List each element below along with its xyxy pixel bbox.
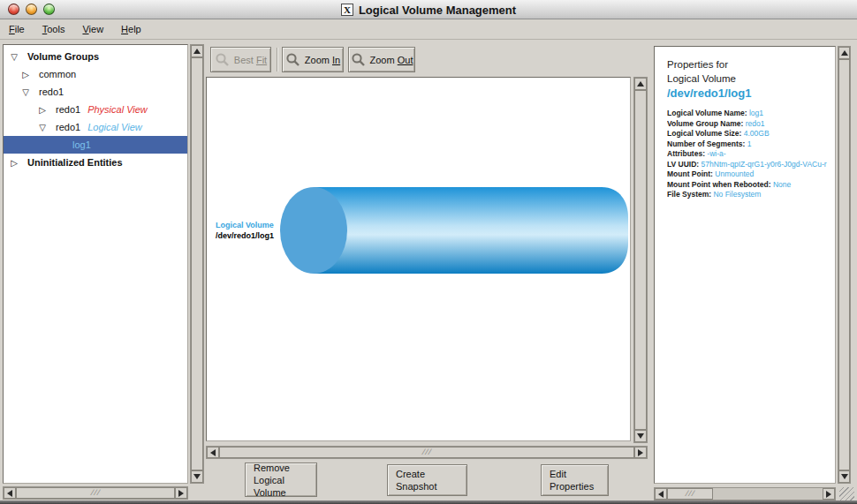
properties-vertical-scrollbar[interactable] [838,46,851,484]
property-label: Logical Volume Name: [667,109,747,117]
menu-tools[interactable]: Tools [42,24,65,34]
menu-file-rest: ile [15,24,25,34]
scroll-down-button[interactable] [191,470,203,483]
tree-item-redo1[interactable]: ▽ redo1 [4,83,187,101]
menu-view-mnemonic: V [82,24,88,34]
arrow-up-icon [841,50,848,56]
titlebar: X Logical Volume Management [0,0,857,19]
expander-closed-icon[interactable]: ▷ [20,70,31,79]
scroll-right-button[interactable] [823,488,835,500]
tree-item-redo1-physical-view[interactable]: ▷ redo1 Physical View [4,101,187,118]
remove-logical-volume-label: Remove Logical Volume [254,462,308,499]
tree-label: log1 [72,139,91,150]
property-row: Logical Volume Name: log1 [667,109,835,119]
scrollbar-thumb[interactable]: /// [667,488,713,500]
properties-volume-path: /dev/redo1/log1 [667,86,835,101]
scrollbar-thumb[interactable]: /// [219,447,634,458]
property-label: Attributes: [667,149,705,158]
scroll-right-button[interactable] [634,447,647,458]
thumb-grip: /// [421,448,432,456]
logical-view-label: Logical View [87,122,142,132]
titlebar-center: X Logical Volume Management [0,0,857,19]
properties-horizontal-scrollbar[interactable]: /// [654,487,836,500]
scroll-down-button[interactable] [634,430,647,442]
zoom-out-label: Zoom Out [370,55,413,65]
scroll-up-button[interactable] [191,45,203,57]
thumb-grip: /// [684,490,695,498]
tree-item-redo1-logical-view[interactable]: ▽ redo1 Logical View [4,118,187,136]
property-value: 1 [747,139,752,148]
property-value: -wi-a- [707,149,725,158]
property-value: None [773,180,791,189]
property-row: Number of Segments: 1 [667,139,835,150]
menu-file[interactable]: File [9,24,25,34]
scroll-up-button[interactable] [838,47,850,59]
logical-volume-cylinder[interactable] [207,78,630,440]
arrow-up-icon [193,49,201,54]
arrow-left-icon [7,490,12,497]
property-value: 4.00GB [744,129,770,138]
expander-open-icon[interactable]: ▽ [20,87,31,97]
properties-panel: Properties for Logical Volume /dev/redo1… [654,46,836,484]
properties-title-line1: Properties for [667,57,835,71]
scroll-down-button[interactable] [838,470,850,483]
scrollbar-thumb[interactable] [191,57,203,470]
arrow-left-icon [658,491,664,498]
property-label: File System: [667,190,711,199]
tree-item-uninitialized-entities[interactable]: ▷ Uninitialized Entities [4,154,187,171]
best-fit-button[interactable]: Best Fit [210,47,271,72]
zoom-out-button[interactable]: Zoom Out [348,47,415,72]
scrollbar-thumb[interactable] [634,90,647,430]
property-label: Number of Segments: [667,139,745,148]
property-row: File System: No Filesystem [667,190,835,200]
tree-vertical-scrollbar[interactable] [190,44,204,484]
create-snapshot-button[interactable]: Create Snapshot [387,464,467,496]
arrow-right-icon [178,490,184,497]
zoom-in-button[interactable]: Zoom In [282,47,344,72]
tree-item-common[interactable]: ▷ common [4,65,187,83]
property-label: Volume Group Name: [667,119,743,128]
arrow-down-icon [637,433,644,439]
menu-help-rest: elp [128,24,141,34]
menu-help[interactable]: Help [121,24,141,34]
main-content: ▽ Volume Groups ▷ common ▽ redo1 ▷ redo1… [0,40,857,500]
menu-help-mnemonic: H [121,24,128,34]
edit-properties-button[interactable]: Edit Properties [541,464,609,496]
scrollbar-track[interactable] [713,488,823,500]
remove-logical-volume-button[interactable]: Remove Logical Volume [245,463,317,497]
expander-open-icon[interactable]: ▽ [37,123,48,132]
window-bottom-edge [0,500,857,504]
scroll-left-button[interactable] [4,487,16,499]
expander-closed-icon[interactable]: ▷ [37,105,48,115]
property-value: Unmounted [715,169,754,178]
window-resize-grip[interactable] [839,487,854,500]
arrow-left-icon [210,449,216,456]
canvas-vertical-scrollbar[interactable] [633,77,648,443]
property-label: Mount Point: [667,169,713,178]
property-label: Mount Point when Rebooted: [667,180,771,189]
menu-view[interactable]: View [82,24,103,34]
canvas-horizontal-scrollbar[interactable]: /// [206,446,648,459]
scroll-left-button[interactable] [207,447,219,458]
cylinder-label: Logical Volume /dev/redo1/log1 [216,220,284,241]
zoom-in-label: Zoom In [305,55,340,65]
scrollbar-thumb[interactable] [838,59,850,470]
tree-item-volume-groups[interactable]: ▽ Volume Groups [4,48,187,65]
tree-item-log1-selected[interactable]: log1 [4,136,187,154]
tree-label: common [39,69,76,79]
scroll-right-button[interactable] [175,487,187,499]
property-row: Logical Volume Size: 4.00GB [667,129,835,139]
property-row: LV UUID: 57hNtm-qpIZ-qrG1-y0r6-J0gd-VACu… [667,160,835,170]
scroll-up-button[interactable] [634,78,647,90]
tree-label: redo1 [39,87,64,97]
property-row: Volume Group Name: redo1 [667,119,835,130]
scrollbar-thumb[interactable]: /// [16,487,175,499]
scroll-left-button[interactable] [655,488,667,500]
property-value: redo1 [746,119,765,128]
create-snapshot-label: Create Snapshot [396,468,459,493]
arrow-right-icon [826,491,831,498]
expander-closed-icon[interactable]: ▷ [9,158,19,168]
tree-horizontal-scrollbar[interactable]: /// [3,486,188,500]
expander-open-icon[interactable]: ▽ [9,52,19,62]
property-row: Mount Point when Rebooted: None [667,180,835,191]
